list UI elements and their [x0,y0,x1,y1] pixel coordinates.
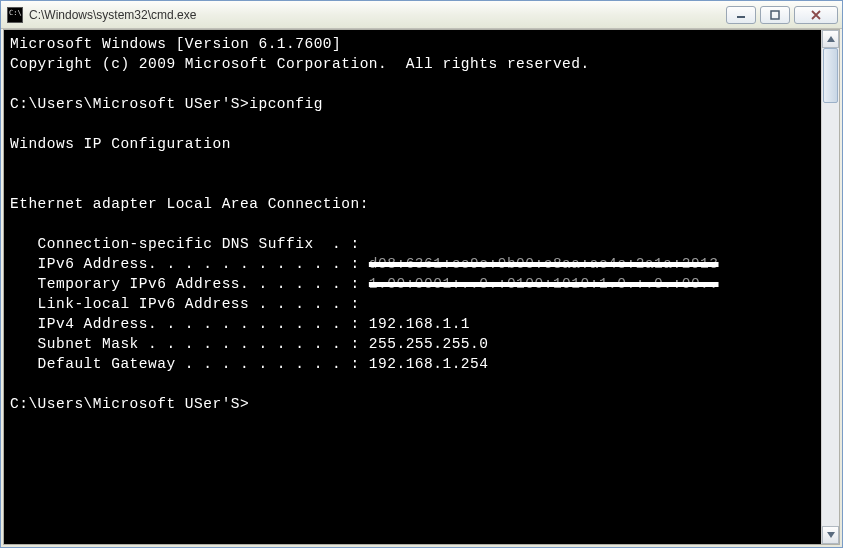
window-controls [726,6,838,24]
dns-suffix-row: Connection-specific DNS Suffix . : [10,236,360,252]
ipv6-row: IPv6 Address. . . . . . . . . . . : d08:… [10,256,719,272]
scroll-track[interactable] [822,48,839,526]
cmd-window: C:\Windows\system32\cmd.exe Microsoft Wi… [0,0,843,548]
cmd-icon [7,7,23,23]
window-title: C:\Windows\system32\cmd.exe [29,8,726,22]
ipv6-redacted: d08:6361:ee9c:9b00:c8aa:ac4e:2a1a:2913 [369,256,719,272]
ipv4-row: IPv4 Address. . . . . . . . . . . : 192.… [10,316,470,332]
copyright: Copyright (c) 2009 Microsoft Corporation… [10,56,590,72]
os-header: Microsoft Windows [Version 6.1.7600] [10,36,341,52]
prompt-line-1: C:\Users\Microsoft USer'S>ipconfig [10,96,323,112]
ipconfig-title: Windows IP Configuration [10,136,231,152]
titlebar[interactable]: C:\Windows\system32\cmd.exe [1,1,842,29]
minimize-button[interactable] [726,6,756,24]
prompt-line-2: C:\Users\Microsoft USer'S> [10,396,249,412]
temp-ipv6-redacted: 1.00:0001:..0.:0100:1010:1.0.:.0.:00.. [369,276,719,292]
gateway-row: Default Gateway . . . . . . . . . : 192.… [10,356,488,372]
subnet-row: Subnet Mask . . . . . . . . . . . : 255.… [10,336,488,352]
console-area: Microsoft Windows [Version 6.1.7600] Cop… [3,29,840,545]
close-button[interactable] [794,6,838,24]
scroll-thumb[interactable] [823,48,838,103]
scroll-up-button[interactable] [822,30,839,48]
adapter-header: Ethernet adapter Local Area Connection: [10,196,369,212]
terminal-output[interactable]: Microsoft Windows [Version 6.1.7600] Cop… [4,30,821,544]
vertical-scrollbar[interactable] [821,30,839,544]
temp-ipv6-row: Temporary IPv6 Address. . . . . . : 1.00… [10,276,719,292]
scroll-down-button[interactable] [822,526,839,544]
linklocal-row: Link-local IPv6 Address . . . . . : [10,296,360,312]
svg-rect-1 [771,11,779,19]
maximize-button[interactable] [760,6,790,24]
